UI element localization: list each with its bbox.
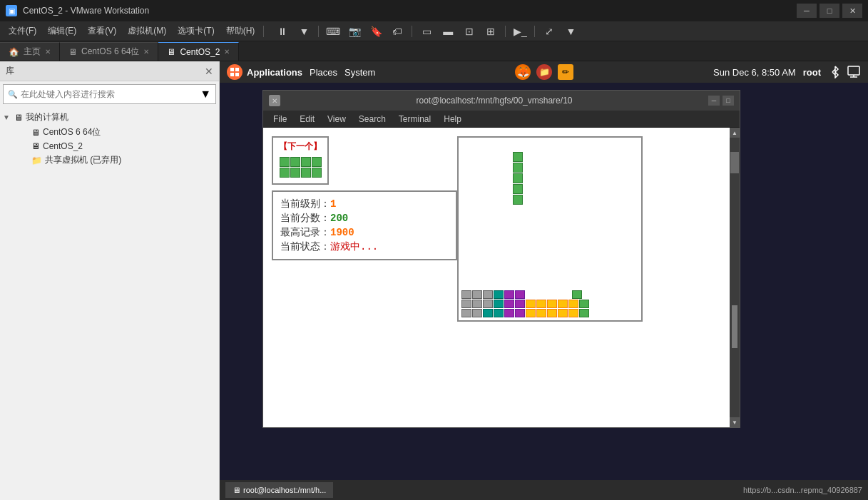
file-manager-icon[interactable]: 📁 [536, 64, 552, 80]
terminal-title: root@localhost:/mnt/hgfs/00_vmshare/10 [280, 96, 708, 106]
taskbar-right: https://b...csdn...repmq_40926887 [743, 486, 862, 494]
gnome-system-icons [828, 65, 861, 79]
scroll-thumb[interactable] [730, 152, 739, 173]
minimize-button[interactable]: ─ [797, 4, 817, 18]
snapshot-button[interactable]: 📷 [344, 23, 364, 40]
gnome-applications[interactable]: Applications [227, 64, 302, 80]
menu-vm[interactable]: 虚拟机(M) [122, 24, 172, 39]
svg-rect-4 [848, 66, 859, 75]
highscore-row: 最高记录：1900 [280, 226, 449, 239]
terminal-content-area[interactable]: 【下一个】 [263, 128, 730, 427]
terminal-menu-terminal[interactable]: Terminal [393, 113, 436, 126]
tree-item-centos6[interactable]: 🖥 CentOS 6 64位 [20, 125, 216, 140]
menu-file[interactable]: 文件(F) [3, 24, 42, 39]
fit2-button[interactable]: ▼ [561, 23, 581, 40]
bluetooth-icon[interactable] [828, 65, 842, 79]
network-icon[interactable] [847, 65, 861, 79]
falling-piece [513, 152, 523, 205]
tetris-board [457, 136, 643, 322]
window-controls: ─ □ ✕ [797, 4, 862, 18]
terminal-minimize-button[interactable]: ─ [708, 96, 720, 106]
tab-centos2[interactable]: 🖥 CentOS_2 ✕ [158, 42, 239, 61]
close-button[interactable]: ✕ [842, 4, 862, 18]
terminal-menu-file[interactable]: File [267, 113, 292, 126]
tree-label-shared: 共享虚拟机 (已弃用) [45, 154, 121, 166]
view4-button[interactable]: ⊞ [481, 23, 501, 40]
terminal-scrollbar[interactable]: ▲ ▼ [730, 128, 740, 427]
snapshot2-button[interactable]: 🔖 [366, 23, 386, 40]
svg-rect-2 [230, 73, 234, 76]
centos2-icon: 🖥 [167, 47, 175, 57]
sidebar-close-button[interactable]: ✕ [205, 66, 213, 77]
terminal-close-icon[interactable]: ✕ [269, 95, 280, 106]
search-dropdown-icon[interactable]: ▼ [200, 88, 211, 101]
scroll-down-button[interactable]: ▼ [730, 417, 740, 427]
gnome-places[interactable]: Places [310, 67, 337, 78]
tab-centos6[interactable]: 🖥 CentOS 6 64位 ✕ [60, 42, 158, 61]
toolbar-dropdown[interactable]: ▼ [294, 23, 314, 40]
vm-centos6-icon: 🖥 [31, 128, 40, 138]
tab-centos2-label: CentOS_2 [180, 47, 220, 57]
game-board-area [457, 136, 721, 322]
send-keys-button[interactable]: ⌨ [323, 23, 343, 40]
tree-children: 🖥 CentOS 6 64位 🖥 CentOS_2 📁 共享虚拟机 (已弃用) [3, 125, 216, 168]
terminal-maximize-button[interactable]: □ [723, 96, 734, 106]
sidebar: 库 ✕ 🔍 ▼ ▼ 🖥 我的计算机 🖥 CentOS 6 64 [0, 61, 220, 500]
terminal-win-buttons: ─ □ [708, 96, 734, 106]
score-label: 当前分数： [280, 213, 330, 224]
tab-centos6-close[interactable]: ✕ [143, 48, 149, 56]
view2-button[interactable]: ▬ [438, 23, 458, 40]
tree-item-shared[interactable]: 📁 共享虚拟机 (已弃用) [20, 153, 216, 168]
menu-view[interactable]: 查看(V) [82, 24, 122, 39]
game-left-panel: 【下一个】 [272, 136, 457, 322]
terminal-button[interactable]: ▶_ [510, 23, 530, 40]
menu-tabs[interactable]: 选项卡(T) [172, 24, 220, 39]
sep4 [505, 26, 506, 37]
score-row: 当前分数：200 [280, 212, 449, 225]
terminal-menu-search[interactable]: Search [353, 113, 392, 126]
svg-rect-0 [230, 68, 234, 71]
terminal-menu-help[interactable]: Help [438, 113, 467, 126]
pause-button[interactable]: ⏸ [272, 23, 292, 40]
stack-row-1 [461, 290, 638, 299]
sidebar-header: 库 ✕ [0, 61, 219, 81]
vmware-icon [6, 5, 17, 16]
toolbar-separator [263, 26, 264, 37]
terminal-menu-view[interactable]: View [322, 113, 352, 126]
tree-label-centos2: CentOS_2 [43, 141, 83, 151]
taskbar-url: https://b...csdn...repmq_40926887 [743, 486, 862, 494]
view1-button[interactable]: ▭ [417, 23, 436, 40]
score-value: 200 [330, 213, 348, 224]
tab-home-close[interactable]: ✕ [45, 48, 51, 56]
svg-rect-1 [235, 68, 239, 71]
firefox-icon[interactable]: 🦊 [515, 64, 531, 80]
vm-display-area[interactable]: Applications Places System 🦊 📁 ✏ Sun Dec… [220, 61, 868, 500]
terminal-menu-edit[interactable]: Edit [294, 113, 320, 126]
text-editor-icon[interactable]: ✏ [558, 64, 573, 80]
gnome-center: 🦊 📁 ✏ [515, 64, 573, 80]
tab-home[interactable]: 🏠 主页 ✕ [0, 42, 60, 61]
snapshot3-button[interactable]: 🏷 [387, 23, 407, 40]
tabs-row: 🏠 主页 ✕ 🖥 CentOS 6 64位 ✕ 🖥 CentOS_2 ✕ [0, 41, 868, 61]
tree-item-centos2[interactable]: 🖥 CentOS_2 [20, 140, 216, 153]
toolbar-group: ⏸ ▼ ⌨ 📷 🔖 🏷 ▭ ▬ ⊡ ⊞ ▶_ ⤢ ▼ [272, 23, 581, 40]
scroll-thumb2[interactable] [732, 305, 737, 348]
taskbar-terminal-item[interactable]: 🖥 root@localhost:/mnt/h... [225, 482, 333, 498]
maximize-button[interactable]: □ [820, 4, 839, 18]
state-row: 当前状态：游戏中... [280, 240, 449, 253]
search-input[interactable] [21, 89, 200, 99]
menu-edit[interactable]: 编辑(E) [42, 24, 82, 39]
menu-help[interactable]: 帮助(H) [220, 24, 261, 39]
game-panel: 【下一个】 [269, 133, 724, 325]
tab-centos2-close[interactable]: ✕ [224, 48, 230, 56]
tree-root[interactable]: ▼ 🖥 我的计算机 [3, 110, 216, 125]
view3-button[interactable]: ⊡ [459, 23, 479, 40]
gnome-system[interactable]: System [344, 67, 375, 78]
gnome-right: Sun Dec 6, 8:50 AM root [713, 65, 861, 79]
scroll-up-button[interactable]: ▲ [730, 128, 740, 138]
search-bar[interactable]: 🔍 ▼ [3, 84, 216, 104]
terminal-body: 【下一个】 [263, 128, 740, 427]
centos6-icon: 🖥 [68, 47, 77, 57]
fit-button[interactable]: ⤢ [539, 23, 559, 40]
tree-toggle-root[interactable]: ▼ [3, 113, 11, 121]
